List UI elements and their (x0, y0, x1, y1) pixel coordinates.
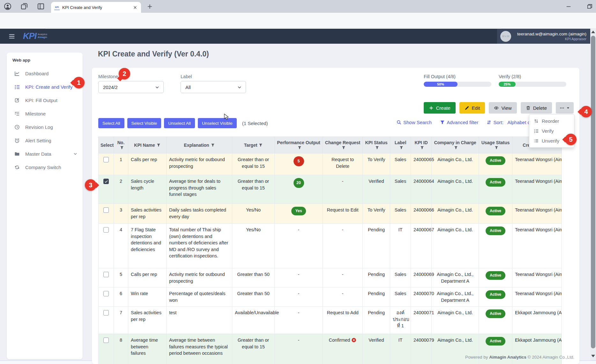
row-checkbox[interactable] (103, 157, 109, 162)
cell-select[interactable] (99, 224, 114, 268)
chart-icon (14, 71, 20, 76)
filter-icon[interactable] (375, 146, 379, 150)
sidebar-item-dashboard[interactable]: Dashboard (7, 67, 83, 80)
row-checkbox[interactable] (103, 272, 109, 277)
table-row[interactable]: 3Sales activities per repDaily sales tas… (99, 204, 562, 224)
cell-explanation: Daily sales tasks completed every day (167, 204, 232, 224)
tab-close-icon[interactable] (132, 5, 138, 10)
cell-select[interactable] (99, 287, 114, 307)
row-checkbox[interactable] (103, 310, 109, 316)
vertical-tabs-icon[interactable] (37, 3, 45, 10)
cell-select[interactable] (99, 268, 114, 287)
hamburger-menu-icon[interactable] (8, 33, 15, 40)
sidebar-item-label: Alert Setting (25, 138, 78, 143)
pencil-square-icon (14, 98, 20, 103)
cell-select[interactable] (99, 307, 114, 334)
cell-explanation: Average time between failures measures t… (167, 334, 232, 364)
create-button[interactable]: Create (424, 102, 456, 114)
filter-icon[interactable] (495, 146, 498, 150)
row-checkbox[interactable] (103, 179, 109, 184)
cell-select[interactable] (99, 175, 114, 204)
cell-label: Sales (390, 204, 411, 224)
sidebar-item-alert-setting[interactable]: Alert Setting (7, 134, 83, 147)
row-checkbox[interactable] (103, 227, 109, 233)
app-logo[interactable]: KPI AnalyticsAimagin (23, 31, 47, 41)
scroll-down-arrow-icon[interactable] (591, 355, 595, 357)
column-header-label[interactable]: Label (390, 137, 411, 153)
unselect-all-button[interactable]: Unselect All (164, 118, 195, 128)
browser-tab[interactable]: KPI KPI Create and Verify (51, 2, 141, 13)
filter-icon[interactable] (298, 146, 302, 150)
column-header-change[interactable]: Change Request (323, 137, 363, 153)
list-nested-icon (14, 111, 20, 116)
vertical-scrollbar-thumb[interactable] (591, 36, 595, 348)
select-visible-button[interactable]: Select Visible (127, 118, 161, 128)
row-checkbox[interactable] (103, 207, 109, 213)
row-checkbox[interactable] (103, 291, 109, 296)
column-header-explanation[interactable]: Explanation (167, 137, 232, 153)
more-actions-button[interactable] (556, 102, 574, 114)
view-button[interactable]: View (489, 102, 517, 114)
scroll-up-arrow-icon[interactable] (591, 31, 595, 33)
mouse-cursor (224, 114, 230, 121)
sidebar-item-revision-log[interactable]: Revision Log (7, 120, 83, 134)
annotation-badge-1: 1 (73, 77, 85, 88)
column-header-company[interactable]: Company in Charge (432, 137, 479, 153)
filter-icon[interactable] (399, 146, 403, 150)
table-row[interactable]: 1Calls per repActivity metric for outbou… (99, 153, 562, 175)
table-row[interactable]: 2Sales cycle lengthAverage time for deal… (99, 175, 562, 204)
logo-text: KPI (23, 31, 36, 41)
annotation-badge-5: 5 (565, 134, 577, 145)
user-panel[interactable]: 32 x 32 teeranad.w@aimagin.com (aimagin)… (497, 29, 590, 44)
column-header-name[interactable]: KPI Name (128, 137, 167, 153)
edit-button[interactable]: Edit (459, 102, 485, 114)
cell-kpi-id: 24000066 (411, 204, 432, 224)
filter-icon[interactable] (454, 146, 458, 150)
column-header-status[interactable]: KPI Status (363, 137, 390, 153)
show-search-link[interactable]: Show Search (397, 120, 432, 125)
column-header-perf[interactable]: Performance Output (275, 137, 323, 153)
cell-kpi-status: Pending (363, 268, 390, 287)
unselect-visible-button[interactable]: Unselect Visible (198, 118, 237, 128)
list-check-icon (14, 84, 20, 90)
filter-icon[interactable] (342, 146, 346, 150)
window-minimize-button[interactable] (565, 3, 572, 10)
profile-icon[interactable] (4, 3, 11, 10)
row-checkbox[interactable] (103, 338, 109, 343)
filter-icon[interactable] (259, 143, 263, 147)
delete-button[interactable]: Delete (521, 102, 552, 114)
select-all-button[interactable]: Select All (98, 118, 124, 128)
sidebar-item-master-data[interactable]: Master Data (7, 147, 83, 160)
column-header-target[interactable]: Target (232, 137, 275, 153)
sidebar-item-kpi-fill-output[interactable]: KPI: Fill Output (7, 93, 83, 107)
menu-item-reorder[interactable]: Reorder (529, 116, 574, 126)
filter-icon[interactable] (157, 143, 160, 147)
table-row[interactable]: 5Calls per repActivity metric for outbou… (99, 268, 562, 287)
table-row[interactable]: 6Win ratePercentage of quotes/deals wonG… (99, 287, 562, 307)
column-header-no[interactable]: No. (114, 137, 128, 153)
filter-icon[interactable] (420, 146, 424, 150)
table-row[interactable]: 7Sales activities per reptestAvailable/U… (99, 307, 562, 334)
cell-select[interactable] (99, 334, 114, 364)
tab-actions-icon[interactable] (20, 3, 28, 10)
menu-item-label: Verify (542, 128, 554, 134)
column-header-kpi_id[interactable]: KPI ID (411, 137, 432, 153)
label-select[interactable]: All (181, 81, 246, 93)
filter-icon[interactable] (211, 143, 215, 147)
cell-target: Greater than or equal to 15 (232, 175, 275, 204)
cell-no: 5 (114, 268, 128, 287)
sidebar-item-company-switch[interactable]: Company Switch (7, 160, 83, 174)
advanced-filter-link[interactable]: Advanced filter (440, 120, 478, 125)
label-filter-label: Label (181, 74, 192, 79)
milestone-select[interactable]: 2024/2 (98, 81, 164, 93)
new-tab-button[interactable] (147, 4, 153, 10)
sidebar-item-milestone[interactable]: Milestone (7, 107, 83, 120)
filter-icon[interactable] (120, 146, 124, 150)
cell-select[interactable] (99, 153, 114, 175)
column-header-usage[interactable]: Usage Status (479, 137, 512, 153)
cell-usage-status: Active (479, 204, 512, 224)
window-restore-button[interactable] (586, 3, 593, 10)
table-row[interactable]: 47 Flag State inspection detentions and … (99, 224, 562, 268)
sidebar: Web app DashboardKPI: Create and VerifyK… (7, 53, 83, 359)
cell-select[interactable] (99, 204, 114, 224)
